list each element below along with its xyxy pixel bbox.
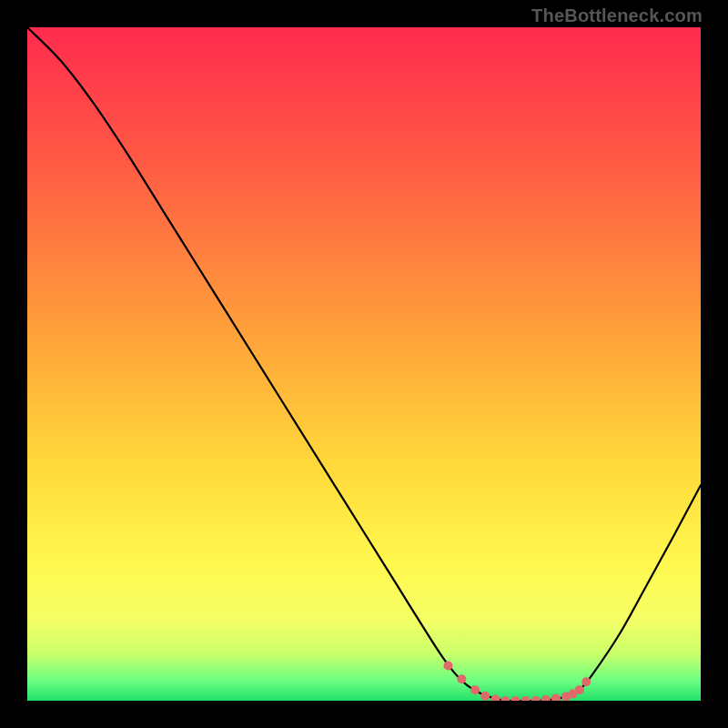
chart-plot-area <box>27 27 701 701</box>
highlight-marker <box>480 692 490 701</box>
highlight-marker <box>575 685 584 694</box>
highlight-marker <box>581 677 591 686</box>
highlight-marker <box>470 685 480 694</box>
chart-background <box>27 27 701 701</box>
highlight-marker <box>457 674 466 683</box>
attribution-label: TheBottleneck.com <box>531 5 703 26</box>
highlight-marker <box>444 662 453 671</box>
chart-svg <box>27 27 701 701</box>
